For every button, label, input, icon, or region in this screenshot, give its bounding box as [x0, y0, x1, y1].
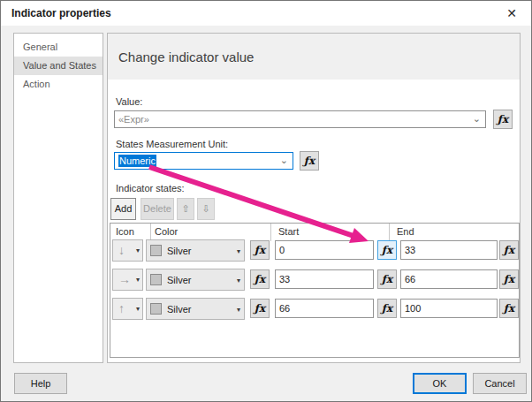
chevron-down-icon: ⌄ [280, 155, 288, 166]
value-combobox[interactable]: «Expr» ⌄ [114, 110, 486, 128]
page-title: Change indicator value [118, 49, 254, 64]
color-dropdown[interactable]: Silver ▾ [146, 269, 245, 291]
value-label: Value: [116, 96, 142, 107]
color-name: Silver [167, 275, 192, 285]
end-fx-button[interactable]: ƒx [499, 269, 519, 289]
column-divider [389, 224, 390, 241]
delete-button[interactable]: Delete [141, 198, 174, 220]
fx-icon: ƒx [498, 113, 508, 125]
start-input[interactable] [275, 269, 374, 289]
cancel-button[interactable]: Cancel [473, 373, 527, 394]
caret-down-icon: ▾ [237, 277, 240, 284]
fx-icon: ƒx [504, 244, 514, 256]
sidebar-item-value-and-states[interactable]: Value and States [14, 57, 103, 75]
chevron-down-icon: ⌄ [473, 113, 481, 125]
indicator-properties-dialog: Indicator properties ✕ General Value and… [0, 0, 532, 402]
indicator-states-label: Indicator states: [116, 183, 185, 193]
color-fx-button[interactable]: ƒx [250, 269, 270, 289]
close-icon[interactable]: ✕ [498, 3, 526, 24]
fx-icon: ƒx [504, 273, 514, 285]
fx-icon: ƒx [304, 155, 315, 167]
fx-icon: ƒx [255, 273, 265, 285]
move-up-button[interactable]: ⇧ [177, 198, 194, 220]
icon-dropdown[interactable]: ↑ ▾ [112, 298, 143, 320]
column-header-icon: Icon [116, 226, 134, 237]
start-fx-button-highlighted[interactable]: ƒx [377, 240, 397, 260]
fx-icon: ƒx [255, 302, 265, 315]
start-fx-button[interactable]: ƒx [377, 299, 397, 318]
sidebar-item-action[interactable]: Action [14, 75, 103, 94]
help-button[interactable]: Help [14, 373, 67, 394]
end-input[interactable] [400, 269, 498, 289]
fx-icon: ƒx [255, 244, 265, 256]
start-input[interactable] [275, 240, 374, 260]
end-input[interactable] [400, 299, 498, 318]
value-combobox-text: «Expr» [118, 114, 149, 125]
fx-icon: ƒx [382, 273, 392, 285]
state-down-arrow-icon: ↓ [118, 243, 125, 257]
table-row: → ▾ Silver ▾ ƒx ƒx ƒx [110, 269, 519, 291]
down-arrow-icon: ⇩ [201, 203, 209, 214]
caret-down-icon: ▾ [136, 305, 140, 313]
sidebar-item-general[interactable]: General [14, 38, 103, 57]
column-divider [270, 224, 271, 241]
heading-band: Change indicator value [108, 34, 520, 80]
fx-icon: ƒx [382, 302, 392, 315]
fx-icon: ƒx [382, 244, 392, 256]
column-header-start: Start [278, 226, 299, 237]
main-panel: Change indicator value Value: «Expr» ⌄ ƒ… [107, 33, 521, 363]
unit-fx-button[interactable]: ƒx [300, 151, 319, 171]
end-fx-button[interactable]: ƒx [499, 299, 519, 318]
color-dropdown[interactable]: Silver ▾ [146, 239, 245, 262]
up-arrow-icon: ⇧ [181, 203, 189, 214]
column-header-color: Color [155, 226, 178, 237]
color-dropdown[interactable]: Silver ▾ [146, 298, 245, 320]
color-swatch [150, 274, 162, 285]
start-input[interactable] [275, 299, 374, 318]
column-header-end: End [397, 226, 414, 237]
table-row: ↓ ▾ Silver ▾ ƒx ƒx ƒx [110, 239, 519, 262]
icon-dropdown[interactable]: → ▾ [112, 269, 143, 291]
state-up-arrow-icon: ↑ [118, 301, 125, 315]
value-fx-button[interactable]: ƒx [493, 110, 513, 129]
caret-down-icon: ▾ [136, 276, 140, 284]
state-right-arrow-icon: → [118, 272, 131, 286]
indicator-states-table: Icon Color Start End ↓ ▾ Silver ▾ ƒx [110, 223, 520, 358]
end-fx-button[interactable]: ƒx [499, 240, 519, 260]
color-swatch [150, 303, 162, 315]
ok-button[interactable]: OK [413, 373, 467, 394]
sidebar: General Value and States Action [13, 33, 103, 363]
color-swatch [150, 245, 162, 256]
move-down-button[interactable]: ⇩ [197, 198, 215, 220]
color-fx-button[interactable]: ƒx [250, 299, 270, 318]
table-row: ↑ ▾ Silver ▾ ƒx ƒx ƒx [110, 298, 519, 320]
fx-icon: ƒx [504, 302, 514, 315]
titlebar: Indicator properties ✕ [1, 1, 531, 26]
unit-combobox-text: Numeric [118, 155, 156, 167]
dialog-title: Indicator properties [11, 7, 111, 19]
column-divider [150, 224, 151, 241]
color-fx-button[interactable]: ƒx [250, 240, 270, 260]
end-input[interactable] [400, 240, 498, 260]
caret-down-icon: ▾ [136, 247, 140, 254]
color-name: Silver [167, 246, 192, 256]
unit-combobox[interactable]: Numeric ⌄ [114, 152, 293, 170]
color-name: Silver [167, 304, 192, 315]
start-fx-button[interactable]: ƒx [377, 269, 397, 289]
caret-down-icon: ▾ [237, 247, 240, 255]
unit-label: States Measurement Unit: [116, 139, 228, 149]
icon-dropdown[interactable]: ↓ ▾ [112, 239, 143, 262]
add-button[interactable]: Add [110, 198, 136, 220]
caret-down-icon: ▾ [237, 306, 240, 314]
